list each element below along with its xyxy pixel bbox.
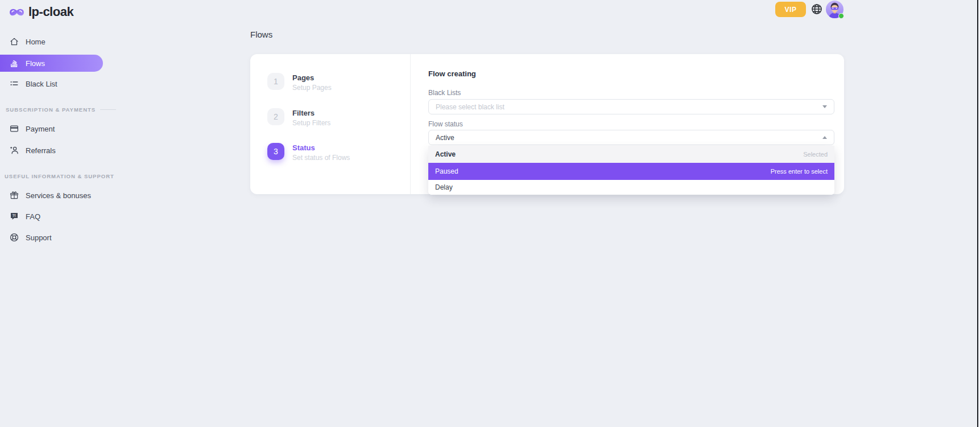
- sidebar-item-support[interactable]: Support: [0, 229, 114, 246]
- step-subtitle: Setup Filters: [292, 119, 330, 127]
- flow-creating-panel: Flow creating Black Lists Flow status Ac…: [428, 54, 834, 194]
- sidebar-item-faq[interactable]: ?! FAQ: [0, 208, 114, 225]
- flow-status-dropdown: Active Selected Paused Press enter to se…: [428, 146, 834, 195]
- sidebar-label: Services & bonuses: [26, 191, 91, 200]
- page-title: Flows: [250, 30, 272, 39]
- language-globe-icon[interactable]: [811, 3, 823, 15]
- flow-status-label: Flow status: [428, 120, 463, 128]
- referral-person-icon: [9, 145, 19, 155]
- option-hint-press-enter: Press enter to select: [771, 168, 828, 175]
- step-number-badge: 2: [267, 108, 284, 125]
- sidebar-item-payment[interactable]: Payment: [0, 120, 114, 137]
- step-title: Filters: [292, 108, 330, 117]
- sidebar-section-support: USEFUL INFORMATION & SUPPORT: [0, 173, 114, 180]
- mask-logo-icon: [9, 7, 24, 18]
- credit-card-icon: [9, 124, 19, 134]
- wizard-steps-column: 1 Pages Setup Pages 2 Filters Setup Filt…: [250, 54, 411, 194]
- sidebar-item-services[interactable]: Services & bonuses: [0, 187, 114, 204]
- sidebar-label: Payment: [26, 125, 55, 133]
- form-title: Flow creating: [428, 69, 476, 78]
- flow-status-select[interactable]: Active: [428, 130, 834, 145]
- step-title: Pages: [292, 73, 332, 82]
- option-delay[interactable]: Delay: [428, 180, 834, 195]
- faq-bubble-icon: ?!: [9, 211, 19, 221]
- flows-stack-icon: [9, 58, 19, 68]
- wizard-step-filters[interactable]: 2 Filters Setup Filters: [267, 108, 330, 127]
- sidebar-item-black-list[interactable]: Black List: [0, 75, 114, 92]
- sidebar-label: Referrals: [26, 146, 56, 155]
- sidebar-label: Support: [26, 233, 52, 242]
- vip-button[interactable]: VIP: [775, 2, 806, 17]
- list-icon: [9, 79, 19, 89]
- black-lists-input[interactable]: [436, 103, 822, 111]
- wizard-step-pages[interactable]: 1 Pages Setup Pages: [267, 73, 332, 92]
- sidebar-label: Home: [26, 38, 46, 46]
- sidebar-section-payments: SUBSCRIPTION & PAYMENTS: [0, 106, 114, 113]
- flow-wizard-card: 1 Pages Setup Pages 2 Filters Setup Filt…: [250, 54, 844, 194]
- flow-status-value: Active: [436, 134, 822, 142]
- step-number-badge: 1: [267, 73, 284, 90]
- step-subtitle: Set status of Flows: [292, 154, 350, 162]
- option-label: Delay: [435, 183, 453, 191]
- vip-label: VIP: [784, 6, 796, 14]
- chevron-up-icon: [822, 136, 827, 139]
- chevron-down-icon: [822, 105, 827, 108]
- step-number-badge: 3: [267, 143, 284, 160]
- online-status-dot: [838, 13, 844, 19]
- svg-text:?!: ?!: [12, 214, 15, 217]
- gift-icon: [9, 190, 19, 200]
- brand-name: lp-cloak: [28, 5, 73, 19]
- sidebar-label: FAQ: [26, 212, 40, 221]
- wizard-step-status[interactable]: 3 Status Set status of Flows: [267, 143, 350, 162]
- option-paused[interactable]: Paused Press enter to select: [428, 163, 834, 180]
- option-active[interactable]: Active Selected: [428, 146, 834, 163]
- sidebar-item-referrals[interactable]: Referrals: [0, 142, 114, 159]
- sidebar-label: Flows: [26, 59, 45, 68]
- option-label: Active: [435, 150, 456, 158]
- sidebar-item-home[interactable]: Home: [0, 33, 114, 50]
- step-subtitle: Setup Pages: [292, 84, 332, 92]
- sidebar-item-flows[interactable]: Flows: [0, 55, 103, 72]
- sidebar-label: Black List: [26, 80, 57, 88]
- option-label: Paused: [435, 167, 458, 175]
- app-logo[interactable]: lp-cloak: [9, 5, 73, 19]
- home-icon: [9, 36, 19, 47]
- lifebuoy-icon: [9, 232, 19, 243]
- user-avatar[interactable]: [826, 1, 843, 18]
- step-title: Status: [292, 143, 350, 152]
- black-lists-select[interactable]: [428, 99, 834, 114]
- option-hint-selected: Selected: [803, 151, 828, 158]
- black-lists-label: Black Lists: [428, 89, 461, 97]
